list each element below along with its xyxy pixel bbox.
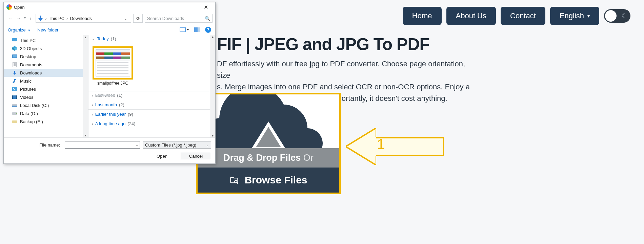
breadcrumb-root[interactable]: This PC xyxy=(49,16,64,21)
svg-point-25 xyxy=(13,82,15,83)
sidebar-item-label: Downloads xyxy=(20,70,42,75)
search-icon: 🔍 xyxy=(205,16,210,21)
documents-icon xyxy=(12,62,17,67)
sidebar-item-label: Local Disk (C:) xyxy=(20,103,49,108)
sidebar-item-music[interactable]: Music xyxy=(4,77,88,85)
organize-menu-button[interactable]: Organize ▼ xyxy=(8,27,31,32)
nav-back-button[interactable]: ← xyxy=(8,16,13,21)
filename-input[interactable]: ⌄ xyxy=(65,141,140,149)
upload-dropzone[interactable]: Drag & Drop Files Or Browse Files xyxy=(196,93,341,194)
site-topnav: Home About Us Contact English ▾ ☾ xyxy=(403,7,630,25)
nav-contact-button[interactable]: Contact xyxy=(501,7,545,25)
group-label: Today xyxy=(97,36,109,41)
sidebar-item-local-disk-c[interactable]: Local Disk (C:) xyxy=(4,101,88,109)
open-button[interactable]: Open xyxy=(147,152,177,160)
sidebar-item-3d-objects[interactable]: 3D Objects xyxy=(4,44,88,52)
sidebar-item-videos[interactable]: Videos xyxy=(4,93,88,101)
search-input[interactable]: Search Downloads 🔍 xyxy=(145,14,213,23)
group-last-week[interactable]: › Last week (1) xyxy=(88,91,210,99)
breadcrumb-dropdown[interactable]: ⌄ xyxy=(122,16,129,21)
filearea-scrollbar[interactable]: ▴ ▾ xyxy=(210,35,215,137)
dialog-navigation-row: ← → ▾ ↑ › This PC › Downloads ⌄ ⟳ Search… xyxy=(4,12,215,25)
drive-icon xyxy=(12,103,17,108)
breadcrumb-location[interactable]: Downloads xyxy=(70,16,92,21)
svg-rect-30 xyxy=(12,95,17,99)
nav-recent-chevron[interactable]: ▾ xyxy=(24,16,26,21)
group-count: (9) xyxy=(128,112,133,117)
svg-rect-37 xyxy=(12,120,17,123)
chevron-right-icon: › xyxy=(92,122,93,126)
group-long-time-ago[interactable]: › A long time ago (24) xyxy=(88,119,210,128)
theme-toggle[interactable]: ☾ xyxy=(604,9,630,23)
chevron-right-icon: › xyxy=(92,103,93,107)
group-label: Last week xyxy=(95,93,115,98)
sidebar-item-pictures[interactable]: Pictures xyxy=(4,85,88,93)
dialog-body: This PC 3D Objects Desktop Documents xyxy=(4,35,215,137)
group-count: (1) xyxy=(111,36,116,41)
sidebar-item-downloads[interactable]: Downloads xyxy=(4,69,88,77)
svg-point-2 xyxy=(235,180,237,183)
chevron-down-icon: ⌄ xyxy=(206,143,209,147)
svg-rect-31 xyxy=(12,95,13,99)
sidebar-scrollbar[interactable]: ▴ ▾ xyxy=(83,35,88,137)
refresh-button[interactable]: ⟳ xyxy=(133,14,143,23)
drive-icon xyxy=(12,111,17,116)
thumbnail-highlight xyxy=(93,46,133,80)
svg-rect-34 xyxy=(12,106,17,107)
downloads-icon xyxy=(12,70,17,75)
filename-label: File name: xyxy=(8,142,62,148)
nav-forward-button[interactable]: → xyxy=(16,16,21,21)
file-item-smallpdffree[interactable]: smallpdffree.JPG xyxy=(93,46,133,86)
close-button[interactable]: ✕ xyxy=(199,4,213,10)
sidebar-item-label: Desktop xyxy=(20,54,36,59)
svg-rect-24 xyxy=(14,71,15,73)
nav-arrow-group: ← → ▾ ↑ xyxy=(6,16,34,21)
nav-up-button[interactable]: ↑ xyxy=(29,16,32,21)
nav-language-select[interactable]: English ▾ xyxy=(550,7,599,25)
chrome-icon xyxy=(6,4,12,10)
group-last-month[interactable]: › Last month (2) xyxy=(88,100,210,109)
sidebar-item-documents[interactable]: Documents xyxy=(4,61,88,69)
view-mode-button[interactable]: ▼ xyxy=(180,27,189,32)
dialog-sidebar: This PC 3D Objects Desktop Documents xyxy=(4,35,88,137)
desktop-icon xyxy=(12,54,17,59)
chevron-right-icon: › xyxy=(45,16,47,21)
chevron-right-icon: › xyxy=(92,93,93,97)
svg-point-28 xyxy=(13,88,14,89)
new-folder-button[interactable]: New folder xyxy=(37,27,58,32)
group-today[interactable]: ⌄ Today (1) xyxy=(88,35,215,43)
file-thumbnail-icon xyxy=(96,49,130,76)
moon-icon: ☾ xyxy=(622,12,627,20)
nav-language-label: English xyxy=(560,12,584,20)
nav-home-button[interactable]: Home xyxy=(403,7,442,25)
svg-rect-10 xyxy=(194,27,198,32)
sidebar-item-backup-e[interactable]: Backup (E:) xyxy=(4,117,88,126)
group-earlier-this-year[interactable]: › Earlier this year (9) xyxy=(88,109,210,118)
folder-search-icon xyxy=(229,175,239,185)
browse-files-button[interactable]: Browse Files xyxy=(198,168,339,193)
group-label: Earlier this year xyxy=(95,112,126,117)
help-button[interactable]: ? xyxy=(205,27,211,33)
pc-icon xyxy=(12,38,17,43)
file-type-filter[interactable]: Custom Files (*.jpg;*.jpeg) ⌄ xyxy=(143,141,211,149)
cloud-upload-icon xyxy=(202,94,335,148)
desc-line: DF effortlessly with our free jpg to PDF… xyxy=(217,60,465,80)
preview-pane-button[interactable] xyxy=(194,27,200,32)
sidebar-item-data-d[interactable]: Data (D:) xyxy=(4,109,88,117)
pictures-icon xyxy=(12,86,17,92)
breadcrumb[interactable]: › This PC › Downloads ⌄ xyxy=(36,14,132,23)
file-open-dialog: Open ✕ ← → ▾ ↑ › This PC › Downloads ⌄ ⟳… xyxy=(3,2,216,164)
cancel-button[interactable]: Cancel xyxy=(181,152,211,160)
downloads-icon xyxy=(38,16,43,21)
annotation-number-1: 1 xyxy=(377,136,385,152)
sidebar-item-desktop[interactable]: Desktop xyxy=(4,52,88,61)
search-placeholder: Search Downloads xyxy=(147,16,184,21)
dropzone-dragdrop-label: Drag & Drop Files Or xyxy=(198,148,339,168)
group-count: (2) xyxy=(119,102,124,107)
chevron-right-icon: › xyxy=(66,16,68,21)
chevron-down-icon: ▾ xyxy=(587,13,590,19)
nav-about-button[interactable]: About Us xyxy=(446,7,496,25)
svg-rect-9 xyxy=(180,28,185,31)
group-label: A long time ago xyxy=(95,121,126,126)
sidebar-item-this-pc[interactable]: This PC xyxy=(4,36,88,44)
